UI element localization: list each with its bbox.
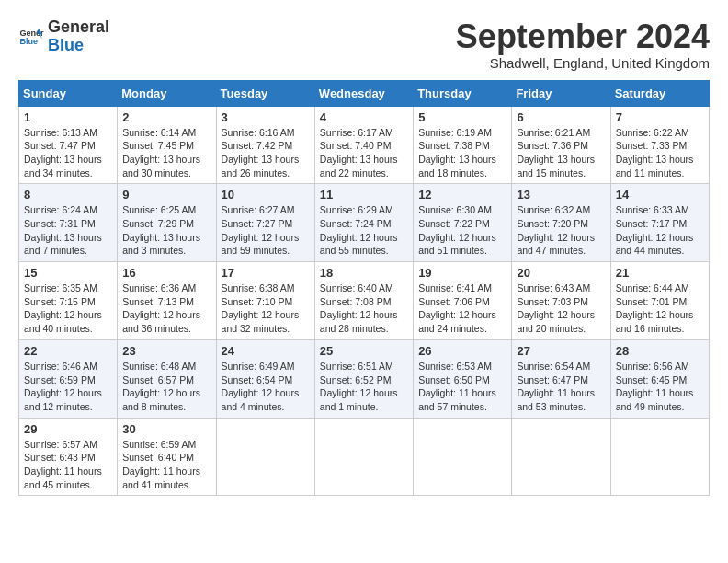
calendar-cell: 4Sunrise: 6:17 AM Sunset: 7:40 PM Daylig… — [314, 106, 413, 184]
calendar-cell: 5Sunrise: 6:19 AM Sunset: 7:38 PM Daylig… — [414, 106, 512, 184]
calendar-cell: 18Sunrise: 6:40 AM Sunset: 7:08 PM Dayli… — [314, 262, 413, 340]
day-detail: Sunrise: 6:54 AM Sunset: 6:47 PM Dayligh… — [517, 360, 605, 414]
day-number: 9 — [122, 188, 210, 201]
day-number: 11 — [320, 188, 408, 201]
weekday-header-saturday: Saturday — [610, 80, 709, 106]
calendar-cell: 8Sunrise: 6:24 AM Sunset: 7:31 PM Daylig… — [19, 184, 118, 262]
day-number: 2 — [122, 110, 210, 124]
weekday-header-monday: Monday — [118, 80, 216, 106]
calendar-cell: 12Sunrise: 6:30 AM Sunset: 7:22 PM Dayli… — [414, 184, 512, 262]
calendar-week-2: 8Sunrise: 6:24 AM Sunset: 7:31 PM Daylig… — [19, 184, 710, 262]
day-number: 24 — [222, 344, 310, 358]
day-number: 18 — [320, 266, 408, 280]
day-number: 19 — [418, 266, 506, 280]
day-detail: Sunrise: 6:36 AM Sunset: 7:13 PM Dayligh… — [122, 282, 210, 336]
day-number: 6 — [517, 110, 605, 124]
calendar-cell: 7Sunrise: 6:22 AM Sunset: 7:33 PM Daylig… — [610, 106, 709, 184]
calendar-cell: 17Sunrise: 6:38 AM Sunset: 7:10 PM Dayli… — [216, 262, 314, 340]
day-number: 30 — [122, 422, 210, 436]
day-detail: Sunrise: 6:43 AM Sunset: 7:03 PM Dayligh… — [517, 282, 605, 336]
calendar-cell: 10Sunrise: 6:27 AM Sunset: 7:27 PM Dayli… — [216, 184, 314, 262]
calendar-cell — [414, 418, 512, 496]
day-number: 28 — [616, 344, 704, 358]
day-number: 3 — [222, 110, 310, 124]
day-detail: Sunrise: 6:51 AM Sunset: 6:52 PM Dayligh… — [320, 360, 408, 414]
calendar-cell: 14Sunrise: 6:33 AM Sunset: 7:17 PM Dayli… — [610, 184, 709, 262]
day-detail: Sunrise: 6:56 AM Sunset: 6:45 PM Dayligh… — [616, 360, 704, 414]
day-detail: Sunrise: 6:59 AM Sunset: 6:40 PM Dayligh… — [122, 438, 210, 492]
calendar-cell: 29Sunrise: 6:57 AM Sunset: 6:43 PM Dayli… — [19, 418, 118, 496]
calendar-week-4: 22Sunrise: 6:46 AM Sunset: 6:59 PM Dayli… — [19, 339, 710, 418]
calendar-cell: 3Sunrise: 6:16 AM Sunset: 7:42 PM Daylig… — [216, 106, 314, 184]
calendar-week-1: 1Sunrise: 6:13 AM Sunset: 7:47 PM Daylig… — [19, 106, 710, 184]
day-detail: Sunrise: 6:21 AM Sunset: 7:36 PM Dayligh… — [517, 126, 605, 180]
calendar-cell: 15Sunrise: 6:35 AM Sunset: 7:15 PM Dayli… — [19, 262, 118, 340]
day-detail: Sunrise: 6:27 AM Sunset: 7:27 PM Dayligh… — [222, 203, 310, 258]
calendar-cell: 20Sunrise: 6:43 AM Sunset: 7:03 PM Dayli… — [512, 262, 610, 340]
day-number: 26 — [418, 344, 506, 358]
day-number: 27 — [517, 344, 605, 358]
calendar-cell — [610, 418, 709, 496]
day-number: 21 — [616, 266, 704, 280]
calendar-cell: 21Sunrise: 6:44 AM Sunset: 7:01 PM Dayli… — [610, 262, 709, 340]
day-number: 23 — [122, 344, 210, 358]
day-detail: Sunrise: 6:30 AM Sunset: 7:22 PM Dayligh… — [418, 203, 506, 258]
day-detail: Sunrise: 6:32 AM Sunset: 7:20 PM Dayligh… — [517, 203, 605, 258]
calendar-table: SundayMondayTuesdayWednesdayThursdayFrid… — [18, 80, 710, 497]
weekday-header-friday: Friday — [512, 80, 610, 106]
calendar-cell: 1Sunrise: 6:13 AM Sunset: 7:47 PM Daylig… — [19, 106, 118, 184]
day-detail: Sunrise: 6:25 AM Sunset: 7:29 PM Dayligh… — [122, 203, 210, 258]
weekday-header-sunday: Sunday — [19, 80, 118, 106]
calendar-week-3: 15Sunrise: 6:35 AM Sunset: 7:15 PM Dayli… — [19, 262, 710, 340]
day-number: 12 — [418, 188, 506, 201]
day-detail: Sunrise: 6:13 AM Sunset: 7:47 PM Dayligh… — [24, 126, 112, 180]
day-detail: Sunrise: 6:46 AM Sunset: 6:59 PM Dayligh… — [24, 360, 112, 414]
logo-icon: General Blue — [18, 24, 44, 50]
day-number: 25 — [320, 344, 408, 358]
calendar-cell: 9Sunrise: 6:25 AM Sunset: 7:29 PM Daylig… — [118, 184, 216, 262]
weekday-header-row: SundayMondayTuesdayWednesdayThursdayFrid… — [19, 80, 710, 106]
day-number: 17 — [222, 266, 310, 280]
day-detail: Sunrise: 6:53 AM Sunset: 6:50 PM Dayligh… — [418, 360, 506, 414]
day-number: 10 — [222, 188, 310, 201]
logo-text: General Blue — [48, 18, 109, 55]
day-detail: Sunrise: 6:44 AM Sunset: 7:01 PM Dayligh… — [616, 282, 704, 336]
day-detail: Sunrise: 6:29 AM Sunset: 7:24 PM Dayligh… — [320, 203, 408, 258]
day-detail: Sunrise: 6:17 AM Sunset: 7:40 PM Dayligh… — [320, 126, 408, 180]
weekday-header-tuesday: Tuesday — [216, 80, 314, 106]
day-number: 29 — [24, 422, 112, 436]
day-detail: Sunrise: 6:14 AM Sunset: 7:45 PM Dayligh… — [122, 126, 210, 180]
calendar-cell: 30Sunrise: 6:59 AM Sunset: 6:40 PM Dayli… — [118, 418, 216, 496]
calendar-week-5: 29Sunrise: 6:57 AM Sunset: 6:43 PM Dayli… — [19, 418, 710, 496]
title-block: September 2024 Shadwell, England, United… — [456, 18, 710, 71]
day-detail: Sunrise: 6:22 AM Sunset: 7:33 PM Dayligh… — [616, 126, 704, 180]
day-detail: Sunrise: 6:57 AM Sunset: 6:43 PM Dayligh… — [24, 438, 112, 492]
calendar-cell: 19Sunrise: 6:41 AM Sunset: 7:06 PM Dayli… — [414, 262, 512, 340]
day-number: 8 — [24, 188, 112, 201]
calendar-cell: 23Sunrise: 6:48 AM Sunset: 6:57 PM Dayli… — [118, 339, 216, 418]
day-detail: Sunrise: 6:38 AM Sunset: 7:10 PM Dayligh… — [222, 282, 310, 336]
day-number: 20 — [517, 266, 605, 280]
calendar-cell: 2Sunrise: 6:14 AM Sunset: 7:45 PM Daylig… — [118, 106, 216, 184]
calendar-cell — [314, 418, 413, 496]
calendar-cell: 6Sunrise: 6:21 AM Sunset: 7:36 PM Daylig… — [512, 106, 610, 184]
day-detail: Sunrise: 6:40 AM Sunset: 7:08 PM Dayligh… — [320, 282, 408, 336]
calendar-cell: 26Sunrise: 6:53 AM Sunset: 6:50 PM Dayli… — [414, 339, 512, 418]
calendar-cell: 27Sunrise: 6:54 AM Sunset: 6:47 PM Dayli… — [512, 339, 610, 418]
calendar-cell: 11Sunrise: 6:29 AM Sunset: 7:24 PM Dayli… — [314, 184, 413, 262]
day-number: 13 — [517, 188, 605, 201]
day-number: 15 — [24, 266, 112, 280]
calendar-cell — [216, 418, 314, 496]
month-title: September 2024 — [456, 18, 710, 55]
calendar-cell: 16Sunrise: 6:36 AM Sunset: 7:13 PM Dayli… — [118, 262, 216, 340]
day-number: 16 — [122, 266, 210, 280]
svg-text:Blue: Blue — [19, 37, 38, 46]
day-detail: Sunrise: 6:48 AM Sunset: 6:57 PM Dayligh… — [122, 360, 210, 414]
weekday-header-thursday: Thursday — [414, 80, 512, 106]
calendar-cell — [512, 418, 610, 496]
page-header: General Blue General Blue September 2024… — [18, 18, 710, 71]
day-detail: Sunrise: 6:19 AM Sunset: 7:38 PM Dayligh… — [418, 126, 506, 180]
day-detail: Sunrise: 6:33 AM Sunset: 7:17 PM Dayligh… — [616, 203, 704, 258]
day-number: 4 — [320, 110, 408, 124]
location: Shadwell, England, United Kingdom — [456, 55, 710, 71]
